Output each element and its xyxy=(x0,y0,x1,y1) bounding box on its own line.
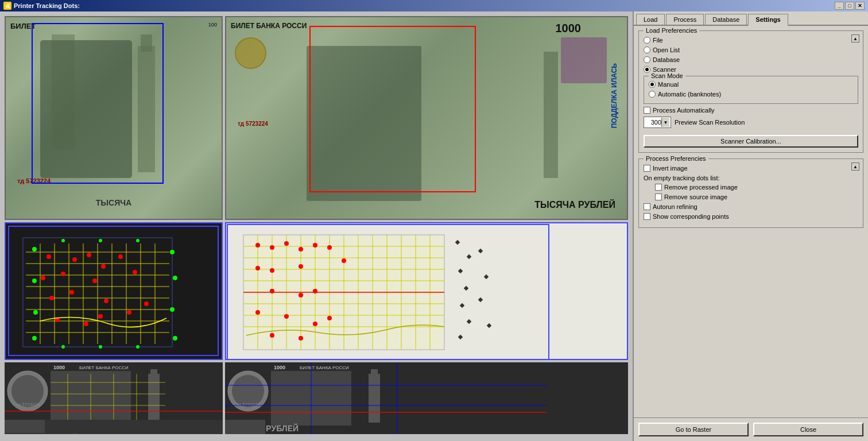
svg-rect-95 xyxy=(464,286,468,291)
resolution-value: 300 xyxy=(645,119,661,126)
remove-source-label: Remove source image xyxy=(664,194,727,200)
svg-point-30 xyxy=(104,299,108,303)
svg-point-42 xyxy=(32,336,37,341)
scan-mode-group: Scan Mode Manual Automatic (banknotes) xyxy=(644,76,858,104)
svg-point-75 xyxy=(284,241,289,246)
svg-rect-130 xyxy=(371,369,378,376)
bottom-buttons: Go to Raster Close xyxy=(634,417,868,441)
panel-content: Load Preferencies ▲ File Open List Datab… xyxy=(634,26,868,417)
show-corresponding-label: Show corresponding points xyxy=(653,213,729,220)
restore-button[interactable]: □ xyxy=(845,2,854,10)
svg-point-46 xyxy=(136,345,140,349)
svg-point-74 xyxy=(270,245,274,250)
show-corresponding-row: Show corresponding points xyxy=(644,213,858,220)
checkbox-remove-processed[interactable] xyxy=(655,184,662,191)
radio-file[interactable] xyxy=(644,37,650,44)
svg-rect-97 xyxy=(467,319,471,324)
svg-point-49 xyxy=(136,239,140,242)
svg-point-25 xyxy=(61,272,65,276)
remove-source-row: Remove source image xyxy=(655,194,858,200)
close-button-panel[interactable]: Close xyxy=(753,423,863,436)
svg-point-83 xyxy=(270,289,274,293)
app-icon: 🖨 xyxy=(3,2,11,10)
go-to-raster-button[interactable]: Go to Raster xyxy=(638,423,749,436)
svg-text:1000: 1000 xyxy=(274,365,285,370)
svg-rect-96 xyxy=(460,303,464,308)
svg-text:тд 5723224: тд 5723224 xyxy=(16,402,40,407)
scanner-calibration-button[interactable]: Scanner Calibration... xyxy=(644,135,858,148)
process-preferences-group: Process Preferencies ▲ Invert image On e… xyxy=(638,158,863,228)
radio-database[interactable] xyxy=(644,56,650,63)
svg-text:1000: 1000 xyxy=(53,365,65,370)
checkbox-process-auto[interactable] xyxy=(644,107,650,114)
minimize-button[interactable]: _ xyxy=(835,2,844,10)
svg-point-31 xyxy=(127,310,131,315)
radio-automatic[interactable] xyxy=(649,91,656,98)
svg-text:БИЛЕТ БАНКА РОССИ: БИЛЕТ БАНКА РОССИ xyxy=(79,365,129,370)
svg-point-28 xyxy=(49,296,54,300)
banknote-image-left: БИЛЕТ 100 тд 5723224 ТЫСЯЧА xyxy=(5,16,223,220)
checkbox-remove-source[interactable] xyxy=(655,194,662,200)
tab-process[interactable]: Process xyxy=(666,14,704,25)
svg-point-77 xyxy=(313,243,317,247)
close-button[interactable]: ✕ xyxy=(855,2,865,10)
radio-database-row: Database xyxy=(644,56,858,63)
svg-point-80 xyxy=(270,268,274,273)
svg-rect-141 xyxy=(225,420,265,434)
load-pref-scroll-up[interactable]: ▲ xyxy=(851,34,859,42)
svg-point-82 xyxy=(342,258,346,263)
process-preferences-label: Process Preferencies xyxy=(644,155,708,162)
svg-point-40 xyxy=(33,310,38,315)
radio-file-row: File xyxy=(644,37,858,44)
preview-scan-label: Preview Scan Resolution xyxy=(675,119,745,126)
svg-rect-129 xyxy=(369,374,380,423)
tab-settings[interactable]: Settings xyxy=(748,14,788,26)
image-area: БИЛЕТ 100 тд 5723224 ТЫСЯЧА БИЛЕТ БАНКА … xyxy=(0,11,633,441)
svg-rect-109 xyxy=(150,369,157,376)
svg-point-90 xyxy=(270,333,274,338)
process-pref-scroll-up[interactable]: ▲ xyxy=(851,163,859,171)
resolution-row: 300 ▼ Preview Scan Resolution xyxy=(644,117,858,128)
radio-automatic-row: Automatic (banknotes) xyxy=(649,91,853,98)
svg-point-19 xyxy=(46,254,51,259)
checkbox-invert-image[interactable] xyxy=(644,165,650,172)
svg-text:тд 5723224: тд 5723224 xyxy=(237,402,261,407)
svg-text:ТЫСЯЧА РУБЛЕЙ: ТЫСЯЧА РУБЛЕЙ xyxy=(7,434,78,434)
svg-rect-101 xyxy=(478,297,483,302)
banknote-image-right: БИЛЕТ БАНКА РОССИ 1000 тд 5723224 ПОДДЕЛ… xyxy=(225,16,628,220)
svg-point-39 xyxy=(173,276,177,280)
blue-selection-rect xyxy=(32,23,164,184)
svg-point-43 xyxy=(173,336,177,341)
side-panel: Load Process Database Settings Load Pref… xyxy=(633,11,868,441)
svg-point-29 xyxy=(69,290,74,295)
checkbox-show-corresponding[interactable] xyxy=(644,213,650,220)
window-title: Printer Tracking Dots: xyxy=(14,2,80,9)
svg-point-81 xyxy=(299,264,303,269)
svg-rect-98 xyxy=(458,335,463,339)
bw-banknote-left: 1000 БИЛЕТ БАНКА РОССИ тд 5723224 xyxy=(5,362,223,434)
image-grid: БИЛЕТ 100 тд 5723224 ТЫСЯЧА БИЛЕТ БАНКА … xyxy=(5,16,628,436)
svg-point-91 xyxy=(299,336,303,341)
svg-point-45 xyxy=(99,345,102,349)
tab-load[interactable]: Load xyxy=(636,14,665,25)
svg-point-35 xyxy=(144,301,149,306)
tab-database[interactable]: Database xyxy=(705,14,747,25)
svg-point-47 xyxy=(61,239,65,242)
tabs-row: Load Process Database Settings xyxy=(634,11,868,26)
radio-manual[interactable] xyxy=(649,81,656,88)
resolution-select[interactable]: 300 ▼ xyxy=(644,117,671,128)
title-bar-left: 🖨 Printer Tracking Dots: xyxy=(3,2,80,10)
svg-point-26 xyxy=(92,278,97,283)
svg-rect-99 xyxy=(478,249,483,253)
radio-openlist[interactable] xyxy=(644,47,650,53)
remove-processed-row: Remove processed image xyxy=(655,184,858,191)
radio-file-label: File xyxy=(653,37,663,44)
svg-point-22 xyxy=(101,264,106,269)
resolution-dropdown-arrow[interactable]: ▼ xyxy=(661,118,669,127)
load-preferences-label: Load Preferencies xyxy=(644,27,699,34)
svg-point-37 xyxy=(170,250,175,254)
checkbox-autorun-refining[interactable] xyxy=(644,203,650,210)
invert-image-label: Invert image xyxy=(653,165,688,172)
scan-mode-label: Scan Mode xyxy=(649,72,685,79)
autorun-refining-label: Autorun refining xyxy=(653,203,698,210)
